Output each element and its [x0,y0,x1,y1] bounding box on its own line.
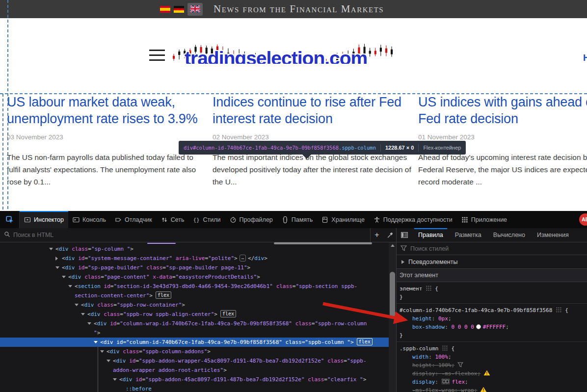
tree-collapse-icon[interactable] [81,313,85,315]
property-name: box-shadow [412,324,445,330]
sidebar-tab[interactable]: Вычислено [487,228,531,242]
property-value: 0px [438,315,448,322]
color-swatch[interactable] [476,324,481,329]
sidebar-toggle-button[interactable] [397,228,412,242]
tree-collapse-icon[interactable] [55,266,59,269]
markup-row[interactable]: <div id="system-message-container" aria-… [0,254,389,263]
highlighter-grid-icon[interactable] [442,345,448,353]
uk-flag-active[interactable] [187,3,203,16]
overridden-filter-icon[interactable] [457,362,463,370]
devtools-tab-label: Хранилище [331,216,365,223]
create-node-button[interactable]: + [371,228,383,242]
markup-row[interactable]: addon-wrapper addon-root-articles"> [0,366,389,375]
article-title[interactable]: US labour market data weak, unemployment… [7,94,203,127]
markup-row[interactable]: <div class="sppb-row-container"> [0,300,389,310]
infobar-pointer [302,155,311,159]
markup-row[interactable]: ::before [0,384,389,392]
sidebar-toggle-icon [401,232,408,238]
markup-row[interactable]: <div id="column-wrap-id-740b67ce-1fab-49… [0,319,389,328]
scrollbar-thumb[interactable] [390,272,395,318]
nav-link-truncated[interactable]: H [583,52,587,63]
css-declaration[interactable]: display: flex; [400,378,587,386]
pseudo-elements-section[interactable]: Псевдоэлементы [397,255,587,269]
styles-filter-input[interactable] [410,245,587,252]
eyedropper-button[interactable] [383,228,396,242]
devtools-tab-console[interactable]: Консоль [68,211,110,228]
css-declaration[interactable]: width: 100%; [400,353,587,361]
markup-row[interactable]: <div class="page-content" x-data="easyst… [0,272,389,282]
html-search-input[interactable] [13,232,370,238]
markup-row[interactable]: <div id="sppb-addon-45ac8097-d191-487b-b… [0,375,389,384]
css-rule-close: } [400,331,587,340]
devtools-tab-styles[interactable]: {}Стили [188,211,225,228]
css-declaration[interactable]: height: 0px; [400,314,587,323]
spain-flag-icon[interactable] [160,6,170,13]
tree-collapse-icon[interactable] [94,341,98,343]
devtools-tab-label: Консоль [82,216,106,223]
property-value-color: #FFFFFF [483,324,506,330]
devtools-tab-application[interactable]: Приложение [457,211,511,228]
tree-collapse-icon[interactable] [107,360,110,362]
markup-row[interactable]: <div id="sp-page-builder" class="sp-page… [0,263,389,272]
highlighter-grid-icon[interactable] [556,307,561,315]
markup-row[interactable]: <div class="sppb-column-addons"> [0,347,389,356]
devtools-tab-label: Память [292,216,313,223]
devtools-tab-network[interactable]: Сеть [157,211,189,228]
tree-collapse-icon[interactable] [68,285,72,287]
markup-row[interactable]: <div class="sppb-row sppb-align-center">… [0,310,389,319]
article-excerpt: The most important indices on the global… [213,151,412,188]
flex-badge[interactable]: flex [156,291,171,299]
tree-collapse-icon[interactable] [113,378,117,381]
flexbox-toggle-icon[interactable] [442,378,450,387]
markup-row[interactable]: section-content-center">flex [0,291,389,300]
tree-expand-icon[interactable] [55,257,58,261]
article-date: 02 November 2023 [213,133,412,141]
markup-row[interactable]: <section id="section-id-3e43d793-dbd0-4a… [0,282,389,291]
css-declaration[interactable]: -ms-flex-wrap: wrap; [400,386,587,392]
element-picker-button[interactable] [0,211,20,228]
flex-badge[interactable]: flex [357,338,373,345]
css-rule-selector[interactable]: #column-id-740b67ce-1fab-49ca-9e7b-09bf8… [400,306,587,314]
hamburger-menu-icon[interactable] [149,50,165,64]
devtools-tab-profiler[interactable]: Профайлер [225,211,277,228]
markup-row[interactable]: <div class="sp-column "> [0,244,389,254]
markup-view: <div class="sp-column "><div id="system-… [0,242,389,392]
markup-scrollbar[interactable] [389,242,396,392]
this-element-header: Этот элемент [397,269,587,282]
markup-row-selected[interactable]: <div id="column-id-740b67ce-1fab-49ca-9e… [0,338,389,347]
devtools-tab-memory[interactable]: Память [277,211,318,228]
application-icon [461,216,468,223]
markup-row[interactable]: <div id="sppb-addon-wrapper-45ac8097-d19… [0,356,389,366]
css-declaration[interactable]: display: -ms-flexbox; [400,369,587,378]
devtools-tabbar: ИнспекторКонсольОтладчикСеть{}СтилиПрофа… [0,211,587,228]
flex-badge[interactable]: flex [220,310,236,317]
article-title[interactable]: US indices with gains ahead of Fed rate … [418,94,587,127]
tree-collapse-icon[interactable] [49,248,53,250]
devtools-tab-inspector[interactable]: Инспектор [20,211,68,228]
markup-row[interactable]: "> [0,328,389,338]
sidebar-tab[interactable]: Правила [412,228,449,242]
article-excerpt: Ahead of today's upcoming interest rate … [418,151,587,188]
css-declaration[interactable]: box-shadow: 0 0 0 0#FFFFFF; [400,323,587,331]
germany-flag-icon[interactable] [174,6,184,13]
sidebar-tab[interactable]: Изменения [531,228,575,242]
devtools-tab-label: Отладчик [125,216,152,223]
accessibility-icon [374,216,380,223]
devtools-tab-debugger[interactable]: Отладчик [110,211,157,228]
article-title[interactable]: Indices continue to rise after Fed inter… [213,94,409,127]
tree-collapse-icon[interactable] [100,350,104,353]
tree-collapse-icon[interactable] [75,304,79,306]
adblock-extension-badge[interactable]: AB [579,213,587,226]
tree-collapse-icon[interactable] [87,322,91,325]
css-rule-selector[interactable]: .sppb-column{ [400,344,587,353]
sidebar-tab[interactable]: Разметка [449,228,487,242]
property-value: 100% [435,354,448,360]
css-declaration[interactable]: height: 100%; [400,361,587,369]
devtools-tab-accessibility[interactable]: Поддержка доступности [369,211,457,228]
css-rule-selector[interactable]: элемент{ [400,285,587,293]
scroll-up-icon[interactable] [389,242,396,249]
collapsed-children-badge[interactable]: … [240,255,246,261]
highlighter-grid-icon[interactable] [426,285,431,293]
devtools-tab-storage[interactable]: Хранилище [317,211,369,228]
tree-collapse-icon[interactable] [62,276,66,278]
